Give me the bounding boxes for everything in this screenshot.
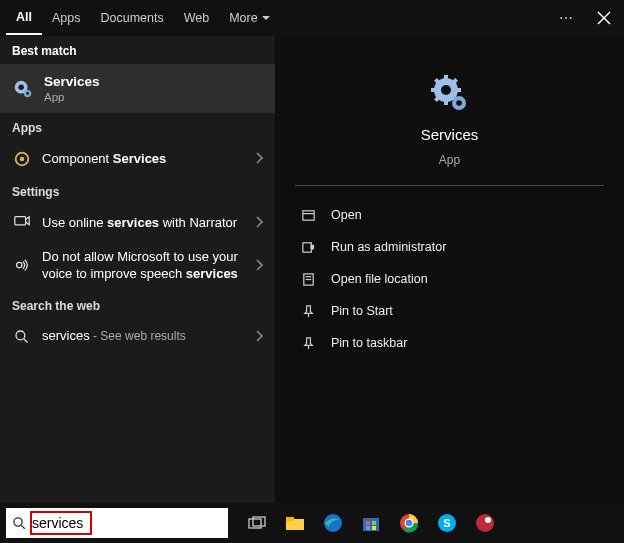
svg-point-32 — [13, 517, 21, 525]
tab-more-label: More — [229, 11, 257, 25]
section-settings: Settings — [0, 177, 275, 205]
action-label: Run as administrator — [331, 240, 446, 254]
svg-rect-41 — [372, 521, 376, 525]
results-panel: Best match Services App Apps Component S… — [0, 36, 275, 503]
svg-point-10 — [16, 331, 25, 340]
svg-point-3 — [18, 84, 24, 90]
svg-line-11 — [24, 339, 28, 343]
close-icon — [597, 11, 611, 25]
open-icon — [299, 206, 317, 224]
result-component-services[interactable]: Component Services — [0, 141, 275, 177]
search-filter-tabs: All Apps Documents Web More ⋯ — [0, 0, 624, 36]
pin-icon — [299, 302, 317, 320]
action-label: Pin to Start — [331, 304, 393, 318]
tab-all[interactable]: All — [6, 1, 42, 35]
more-options-button[interactable]: ⋯ — [552, 4, 580, 32]
best-match-subtitle: App — [44, 91, 100, 103]
shield-icon — [299, 238, 317, 256]
svg-line-19 — [453, 79, 456, 82]
gear-icon — [12, 78, 34, 100]
chevron-right-icon — [255, 257, 263, 275]
result-label: Do not allow Microsoft to use your voice… — [42, 249, 263, 283]
component-services-icon — [12, 149, 32, 169]
svg-rect-40 — [366, 521, 370, 525]
svg-point-49 — [476, 514, 494, 532]
svg-line-20 — [435, 98, 438, 101]
store-icon[interactable] — [358, 510, 384, 536]
action-label: Pin to taskbar — [331, 336, 407, 350]
action-label: Open file location — [331, 272, 428, 286]
tab-apps[interactable]: Apps — [42, 2, 91, 34]
svg-point-9 — [17, 262, 22, 267]
svg-point-13 — [441, 85, 451, 95]
action-open[interactable]: Open — [295, 200, 604, 230]
result-label: Use online services with Narrator — [42, 215, 255, 232]
svg-rect-26 — [302, 242, 310, 251]
preview-title: Services — [421, 126, 479, 143]
result-label: Component Services — [42, 151, 184, 168]
svg-point-23 — [456, 100, 462, 106]
action-pin-taskbar[interactable]: Pin to taskbar — [295, 328, 604, 358]
action-pin-start[interactable]: Pin to Start — [295, 296, 604, 326]
taskbar: S — [0, 503, 624, 543]
accessibility-icon — [12, 213, 32, 233]
svg-rect-39 — [363, 518, 379, 531]
taskbar-search[interactable] — [6, 508, 228, 538]
pin-icon — [299, 334, 317, 352]
action-run-admin[interactable]: Run as administrator — [295, 232, 604, 262]
svg-point-7 — [20, 157, 25, 162]
svg-rect-42 — [366, 526, 370, 530]
preview-subtitle: App — [439, 153, 460, 167]
skype-icon[interactable]: S — [434, 510, 460, 536]
chevron-down-icon — [262, 16, 270, 20]
chevron-right-icon — [255, 150, 263, 168]
edge-icon[interactable] — [320, 510, 346, 536]
search-icon — [6, 516, 32, 531]
preview-panel: Services App Open Run as administrator O… — [275, 36, 624, 503]
svg-line-18 — [435, 79, 438, 82]
task-view-button[interactable] — [244, 510, 270, 536]
result-speech-services[interactable]: Do not allow Microsoft to use your voice… — [0, 241, 275, 291]
search-icon — [12, 327, 32, 347]
best-match-item[interactable]: Services App — [0, 64, 275, 113]
svg-rect-24 — [302, 210, 313, 219]
tab-more[interactable]: More — [219, 2, 279, 34]
svg-line-33 — [21, 525, 24, 528]
svg-rect-8 — [15, 217, 26, 225]
gear-icon — [428, 72, 472, 116]
folder-icon — [299, 270, 317, 288]
search-input[interactable] — [32, 515, 228, 531]
svg-rect-37 — [286, 517, 294, 521]
result-narrator-services[interactable]: Use online services with Narrator — [0, 205, 275, 241]
svg-text:S: S — [443, 517, 450, 529]
svg-rect-35 — [253, 517, 265, 526]
section-best-match: Best match — [0, 36, 275, 64]
tab-documents[interactable]: Documents — [90, 2, 173, 34]
action-open-location[interactable]: Open file location — [295, 264, 604, 294]
svg-rect-34 — [249, 519, 261, 528]
tab-web[interactable]: Web — [174, 2, 219, 34]
chrome-icon[interactable] — [396, 510, 422, 536]
svg-point-46 — [406, 520, 413, 527]
file-explorer-icon[interactable] — [282, 510, 308, 536]
speech-icon — [12, 256, 32, 276]
result-label: services - See web results — [42, 328, 204, 345]
close-button[interactable] — [590, 4, 618, 32]
chevron-right-icon — [255, 214, 263, 232]
svg-rect-43 — [372, 526, 376, 530]
app-icon[interactable] — [472, 510, 498, 536]
svg-point-50 — [485, 517, 491, 523]
section-apps: Apps — [0, 113, 275, 141]
result-web-search[interactable]: services - See web results — [0, 319, 275, 355]
best-match-title: Services — [44, 74, 100, 89]
chevron-right-icon — [255, 328, 263, 346]
svg-point-5 — [26, 92, 29, 95]
section-search-web: Search the web — [0, 291, 275, 319]
action-label: Open — [331, 208, 362, 222]
